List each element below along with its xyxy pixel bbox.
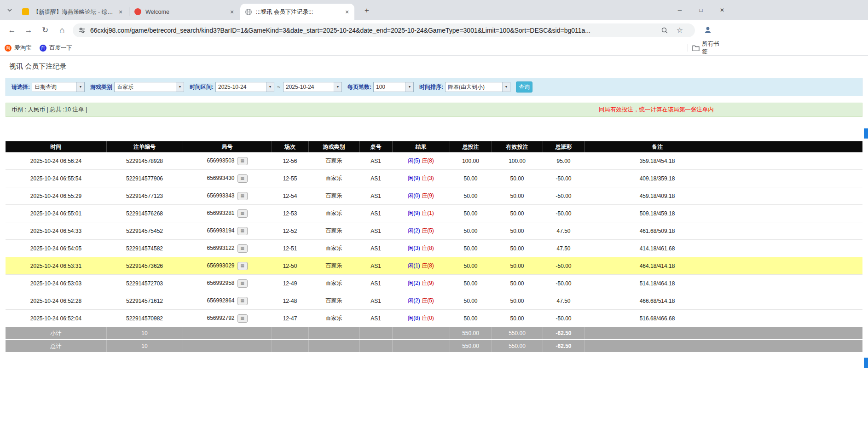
dropdown-arrow-icon[interactable]: ▼ — [502, 82, 510, 92]
cell-session: 12-53 — [272, 205, 308, 222]
round-detail-icon[interactable]: ▦ — [237, 279, 248, 288]
cell-payout: 47.50 — [543, 292, 584, 310]
cell-game-type: 百家乐 — [308, 222, 359, 240]
cell-payout: -50.00 — [543, 187, 584, 205]
game-type-value: 百家乐 — [115, 82, 176, 92]
sort-value: 降幂(由大到小) — [446, 82, 502, 92]
round-detail-icon[interactable]: ▦ — [237, 314, 248, 323]
cell-payout: -50.00 — [543, 170, 584, 187]
dropdown-arrow-icon[interactable]: ▼ — [266, 82, 274, 92]
cell-total-bet-link[interactable]: 50.00 — [450, 187, 492, 205]
grand-total-count: 10 — [106, 340, 183, 353]
cell-time: 2025-10-24 06:55:01 — [6, 205, 106, 222]
sort-select[interactable]: 降幂(由大到小) ▼ — [445, 82, 510, 92]
round-detail-icon[interactable]: ▦ — [237, 192, 248, 200]
round-id-text: 656993122 — [207, 245, 234, 251]
close-tab-icon[interactable]: ✕ — [228, 8, 236, 16]
cell-total-bet-link[interactable]: 50.00 — [450, 222, 492, 240]
dropdown-arrow-icon[interactable]: ▼ — [176, 82, 184, 92]
cell-session: 12-49 — [272, 275, 308, 292]
dropdown-arrow-icon[interactable]: ▼ — [405, 82, 413, 92]
select-label: 请选择: — [12, 83, 30, 91]
bookmark-taobao[interactable]: 淘 爱淘宝 — [5, 41, 32, 55]
cell-game-type: 百家乐 — [308, 275, 359, 292]
page-size-select[interactable]: 100 ▼ — [373, 82, 414, 92]
bookmark-star-icon[interactable]: ☆ — [677, 23, 683, 37]
game-type-label: 游戏类别 — [90, 83, 112, 91]
bookmark-baidu[interactable]: 百 百度一下 — [40, 41, 72, 55]
cell-total-bet-link[interactable]: 50.00 — [450, 240, 492, 257]
address-bar[interactable]: 66cxkj98.com/game/betrecord_search/kind3… — [73, 23, 695, 37]
cell-result: 闲(2) 庄(5) — [392, 292, 450, 310]
dropdown-arrow-icon[interactable]: ▼ — [76, 82, 84, 92]
scroll-widget-bottom[interactable] — [864, 358, 868, 368]
tab-welcome[interactable]: Welcome ✕ — [130, 4, 239, 20]
zoom-icon[interactable] — [661, 27, 668, 36]
cell-game-type: 百家乐 — [308, 292, 359, 310]
query-type-select[interactable]: 日期查询 ▼ — [32, 82, 85, 92]
close-tab-icon[interactable]: ✕ — [117, 8, 124, 16]
sort-label: 时间排序: — [419, 83, 443, 91]
back-button[interactable]: ← — [5, 23, 19, 38]
cell-payout: -50.00 — [543, 275, 584, 292]
tab-bar: 【新提醒】海燕策略论坛 - 综合... ✕ Welcome ✕ :::视讯 会员… — [0, 0, 868, 20]
round-detail-icon[interactable]: ▦ — [237, 157, 248, 165]
search-button[interactable]: 查询 — [516, 81, 532, 93]
cell-total-bet-link[interactable]: 50.00 — [450, 170, 492, 187]
cell-total-bet-link[interactable]: 100.00 — [450, 152, 492, 170]
cell-total-bet-link[interactable]: 50.00 — [450, 257, 492, 275]
cell-table-no: AS1 — [359, 310, 392, 327]
cell-round-id: 656992958▦ — [183, 275, 272, 292]
round-detail-icon[interactable]: ▦ — [237, 209, 248, 218]
cell-total-bet-link[interactable]: 50.00 — [450, 205, 492, 222]
round-detail-icon[interactable]: ▦ — [237, 227, 248, 235]
forward-button[interactable]: → — [21, 23, 36, 38]
bet-records-table: 时间 注单编号 局号 场次 游戏类别 桌号 结果 总投注 有效投注 总派彩 备注… — [6, 141, 862, 353]
cell-bet-id: 522914573626 — [106, 257, 183, 275]
url-text: 66cxkj98.com/game/betrecord_search/kind3… — [90, 23, 653, 37]
date-end-input[interactable]: 2025-10-24 ▼ — [283, 82, 342, 92]
site-settings-icon[interactable] — [78, 27, 86, 36]
cell-total-bet-link[interactable]: 50.00 — [450, 310, 492, 327]
cell-game-type: 百家乐 — [308, 205, 359, 222]
cell-total-bet-link[interactable]: 50.00 — [450, 292, 492, 310]
tab-bet-records-active[interactable]: :::视讯 会员下注记录::: ✕ — [240, 4, 354, 20]
minimize-button[interactable]: ─ — [672, 0, 688, 20]
table-row: 2025-10-24 06:55:29 522914577123 6569933… — [6, 187, 862, 205]
table-row: 2025-10-24 06:53:31 522914573626 6569930… — [6, 257, 862, 275]
round-detail-icon[interactable]: ▦ — [237, 297, 248, 305]
chevron-down-icon[interactable] — [6, 7, 13, 13]
date-start-input[interactable]: 2025-10-24 ▼ — [215, 82, 274, 92]
table-header-row: 时间 注单编号 局号 场次 游戏类别 桌号 结果 总投注 有效投注 总派彩 备注 — [6, 141, 862, 152]
close-window-button[interactable]: ✕ — [714, 0, 730, 20]
dropdown-arrow-icon[interactable]: ▼ — [334, 82, 341, 92]
game-type-select[interactable]: 百家乐 ▼ — [114, 82, 184, 92]
date-range-label: 时间区间: — [190, 83, 214, 91]
valid-bet-notice-text: 同局有效投注，统一计算在该局第一张注单内 — [599, 103, 714, 116]
new-tab-button[interactable]: + — [361, 5, 373, 17]
round-detail-icon[interactable]: ▦ — [237, 262, 248, 270]
globe-favicon-icon — [245, 8, 252, 16]
tab-forum[interactable]: 【新提醒】海燕策略论坛 - 综合... ✕ — [17, 4, 128, 20]
scroll-widget-top[interactable] — [864, 128, 868, 139]
cell-round-id: 656992864▦ — [183, 292, 272, 310]
all-bookmarks-folder[interactable]: 所有书签 — [692, 41, 724, 55]
close-tab-icon[interactable]: ✕ — [343, 8, 351, 16]
grand-total-valid-bet: 550.00 — [492, 340, 543, 353]
reload-button[interactable]: ↻ — [38, 23, 52, 38]
cell-session: 12-48 — [272, 292, 308, 310]
cell-time: 2025-10-24 06:54:33 — [6, 222, 106, 240]
header-time: 时间 — [6, 141, 106, 152]
round-detail-icon[interactable]: ▦ — [237, 174, 248, 183]
header-session: 场次 — [272, 141, 308, 152]
profile-avatar[interactable] — [701, 24, 714, 37]
cell-session: 12-50 — [272, 257, 308, 275]
round-id-text: 656993281 — [207, 210, 234, 216]
page-size-label: 每页笔数: — [347, 83, 371, 91]
result-player: 闲(9) — [408, 210, 420, 216]
cell-time: 2025-10-24 06:55:54 — [6, 170, 106, 187]
home-button[interactable]: ⌂ — [55, 23, 69, 38]
maximize-button[interactable]: □ — [693, 0, 709, 20]
cell-total-bet-link[interactable]: 50.00 — [450, 275, 492, 292]
round-detail-icon[interactable]: ▦ — [237, 244, 248, 253]
